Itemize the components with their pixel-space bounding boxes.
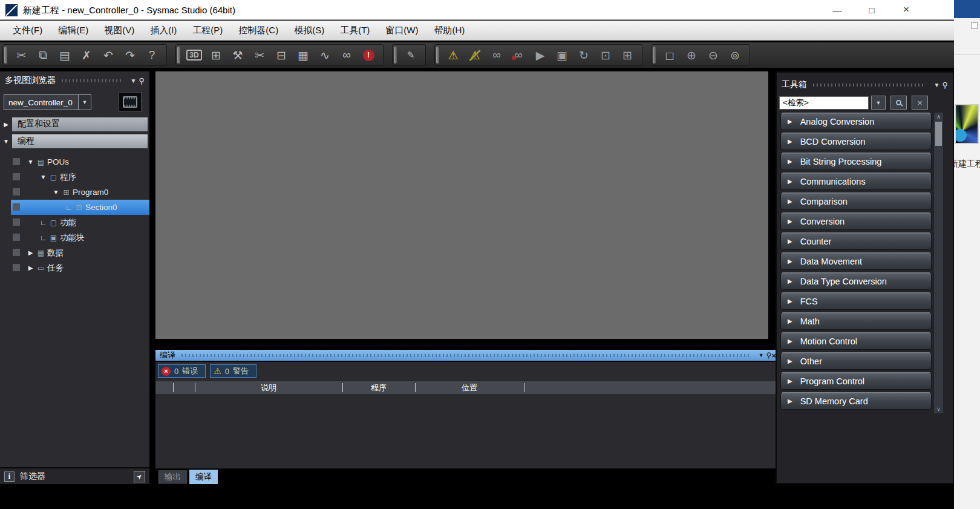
tree-label[interactable]: 功能块 xyxy=(60,232,85,243)
group-grip[interactable] xyxy=(653,47,656,64)
column-header-location[interactable]: 位置 xyxy=(415,381,524,394)
category-bit-string-processing[interactable]: ▶Bit String Processing xyxy=(780,153,932,170)
tree-label[interactable]: Section0 xyxy=(85,203,117,212)
controller-icon[interactable] xyxy=(119,92,142,112)
tree-label[interactable]: 功能 xyxy=(60,217,76,228)
tree-row-functions[interactable]: ∟ ▢ 功能 xyxy=(0,215,149,230)
column-header[interactable] xyxy=(173,381,195,394)
background-checkbox[interactable] xyxy=(971,22,978,29)
category-conversion[interactable]: ▶Conversion xyxy=(780,212,932,230)
undo-icon[interactable]: ↶ xyxy=(97,46,119,64)
scrollbar-thumb[interactable] xyxy=(935,122,942,146)
menu-edit[interactable]: 编辑(E) xyxy=(50,21,96,40)
project-thumbnail[interactable] xyxy=(955,104,979,144)
menu-help[interactable]: 帮助(H) xyxy=(426,21,472,40)
expander-icon[interactable]: ▼ xyxy=(0,138,12,145)
zoom-100-icon[interactable]: ⊚ xyxy=(724,46,746,64)
menu-simulation[interactable]: 模拟(S) xyxy=(286,21,332,40)
build-panel-header[interactable]: 编译 ▼ ⚲ × xyxy=(155,350,780,361)
menu-project[interactable]: 工程(P) xyxy=(185,21,230,40)
minimize-button[interactable]: — xyxy=(823,0,852,19)
group-grip[interactable] xyxy=(436,47,439,64)
tree-label[interactable]: 数据 xyxy=(47,248,64,258)
tree-row-program0[interactable]: ▼ ⊞ Program0 xyxy=(0,185,149,200)
category-fcs[interactable]: ▶FCS xyxy=(780,292,932,310)
tree-label[interactable]: 任务 xyxy=(47,263,64,274)
pin-icon[interactable]: ⚲ xyxy=(942,80,948,90)
tab-output[interactable]: 输出 xyxy=(158,470,188,484)
search-clear-button[interactable]: × xyxy=(912,96,928,110)
menu-tools[interactable]: 工具(T) xyxy=(332,21,377,40)
collapse-icon[interactable]: ▼ xyxy=(931,82,942,88)
column-header-description[interactable]: 说明 xyxy=(195,381,342,394)
category-motion-control[interactable]: ▶Motion Control xyxy=(780,332,932,350)
controller-select[interactable]: new_Controller_0 xyxy=(4,94,79,110)
error-check-icon[interactable]: ⚠ xyxy=(442,46,464,64)
category-comparison[interactable]: ▶Comparison xyxy=(780,192,932,210)
maximize-button[interactable]: □ xyxy=(857,0,886,19)
category-other[interactable]: ▶Other xyxy=(780,352,932,370)
build-icon[interactable]: ⚒ xyxy=(227,46,249,64)
group-grip[interactable] xyxy=(177,47,180,64)
controller-select-dropdown-icon[interactable]: ▼ xyxy=(79,94,91,110)
tree-row-function-blocks[interactable]: ∟ ▣ 功能块 xyxy=(0,230,149,245)
category-analog-conversion[interactable]: ▶Analog Conversion xyxy=(780,113,932,130)
close-button[interactable]: × xyxy=(892,0,921,19)
section-label[interactable]: 配置和设置 xyxy=(12,117,148,131)
expander-icon[interactable]: ▼ xyxy=(51,189,61,195)
paste-icon[interactable]: ▤ xyxy=(54,46,76,64)
sync-icon[interactable]: ↻ xyxy=(573,46,595,64)
pin-icon[interactable]: ⚲ xyxy=(139,76,145,85)
menu-controller[interactable]: 控制器(C) xyxy=(230,21,286,40)
search-all-icon[interactable]: ∞ xyxy=(336,46,358,64)
category-data-type-conversion[interactable]: ▶Data Type Conversion xyxy=(780,272,932,290)
column-header-program[interactable]: 程序 xyxy=(342,381,415,394)
menu-file[interactable]: 文件(F) xyxy=(5,21,50,40)
category-program-control[interactable]: ▶Program Control xyxy=(780,372,932,390)
scroll-down-icon[interactable]: ∨ xyxy=(934,405,943,413)
edit-tool-icon[interactable]: ✎ xyxy=(400,46,422,64)
tree-label[interactable]: Program0 xyxy=(73,188,108,197)
monitor-glasses-stop-icon[interactable]: ∞ xyxy=(508,46,529,64)
abort-icon[interactable]: ! xyxy=(358,46,379,64)
watch-window-icon[interactable]: ⊟ xyxy=(270,46,292,64)
scroll-up-icon[interactable]: ∧ xyxy=(934,113,943,121)
category-sd-memory-card[interactable]: ▶SD Memory Card xyxy=(780,392,932,410)
run-icon[interactable]: ▶ xyxy=(529,46,551,64)
3d-view-icon[interactable]: 3D xyxy=(183,46,205,64)
group-grip[interactable] xyxy=(4,47,7,64)
tree-row-programs[interactable]: ▼ ▢ 程序 xyxy=(0,169,149,185)
category-bcd-conversion[interactable]: ▶BCD Conversion xyxy=(780,133,932,150)
tree-label[interactable]: 程序 xyxy=(60,172,76,183)
expander-icon[interactable]: ▼ xyxy=(25,159,36,165)
toolbox-scrollbar[interactable]: ∧ ∨ xyxy=(934,113,943,413)
delete-icon[interactable]: ✗ xyxy=(76,46,97,64)
menu-view[interactable]: 视图(V) xyxy=(96,21,142,40)
menu-window[interactable]: 窗口(W) xyxy=(377,21,426,40)
expander-icon[interactable]: ▶ xyxy=(25,249,36,256)
monitor-glasses-icon[interactable]: ∞ xyxy=(486,46,508,64)
monitor-chart-icon[interactable]: ⊡ xyxy=(595,46,616,64)
category-math[interactable]: ▶Math xyxy=(780,312,932,330)
tree-row-data[interactable]: ▶ ▦ 数据 xyxy=(0,245,149,260)
help-icon[interactable]: ? xyxy=(141,46,163,64)
monitor-network-icon[interactable]: ⊞ xyxy=(616,46,638,64)
filter-pin-button[interactable]: ➤ xyxy=(134,471,145,482)
tree-row-section0[interactable]: ∟ ⊟ Section0 xyxy=(0,200,149,215)
category-counter[interactable]: ▶Counter xyxy=(780,232,932,250)
errors-filter-button[interactable]: × 0 错误 xyxy=(158,364,206,378)
expander-icon[interactable]: ▼ xyxy=(38,174,48,180)
tree-label[interactable]: POUs xyxy=(47,157,69,166)
split-icon[interactable]: ✂ xyxy=(249,46,270,64)
cut-icon[interactable]: ✂ xyxy=(10,46,32,64)
warnings-filter-button[interactable]: ⚠ 0 警告 xyxy=(210,364,256,378)
tree-section-programming[interactable]: ▼ 编程 xyxy=(0,133,149,149)
waveform-watch-icon[interactable]: ∿ xyxy=(314,46,336,64)
section-label[interactable]: 编程 xyxy=(12,134,148,148)
category-communications[interactable]: ▶Communications xyxy=(780,172,932,190)
transfer-icon[interactable]: ▣ xyxy=(551,46,573,64)
filter-bar[interactable]: i 筛选器 ➤ xyxy=(0,467,149,484)
expander-icon[interactable]: ▶ xyxy=(0,121,12,128)
zoom-in-icon[interactable]: ⊕ xyxy=(681,46,702,64)
tab-build[interactable]: 编译 xyxy=(189,470,218,484)
